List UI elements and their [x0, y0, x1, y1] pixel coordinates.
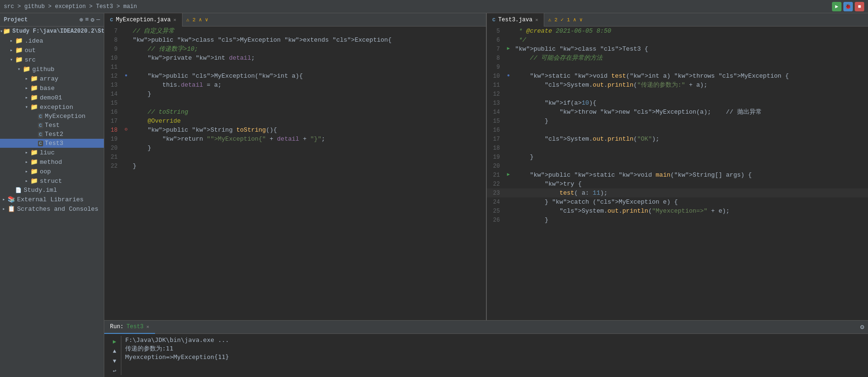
- run-button[interactable]: ▶: [832, 2, 841, 11]
- code-cell[interactable]: [513, 162, 868, 171]
- sidebar-item-github[interactable]: ▾📁github: [0, 64, 104, 74]
- code-cell[interactable]: [131, 63, 486, 72]
- panel-settings-button[interactable]: ⚙: [860, 323, 864, 331]
- sidebar-item-idea[interactable]: ▸📁.idea: [0, 36, 104, 45]
- code-cell[interactable]: "cls">System.out.println("传递的参数为:" + a);: [513, 81, 868, 90]
- options-icon[interactable]: ≡: [85, 16, 89, 24]
- code-cell[interactable]: [513, 126, 868, 135]
- add-icon[interactable]: ⊕: [80, 16, 83, 24]
- line-number: 8: [487, 54, 504, 63]
- tree-label-exception: exception: [40, 104, 73, 111]
- code-cell[interactable]: * @create 2021-06-05 8:50: [513, 27, 868, 36]
- code-cell[interactable]: }: [513, 215, 868, 224]
- sidebar-item-test2[interactable]: CTest2: [0, 130, 104, 139]
- code-cell[interactable]: // 自定义异常: [131, 27, 486, 36]
- code-cell[interactable]: [131, 99, 486, 108]
- code-cell[interactable]: "kw">throw "kw">new "cls">MyException(a)…: [513, 108, 868, 117]
- sidebar-item-out[interactable]: ▸📁out: [0, 45, 104, 55]
- code-cell[interactable]: "cls">System.out.println("Myexception=>"…: [513, 206, 868, 215]
- gutter-cell: [504, 180, 513, 188]
- gutter-cell: [504, 63, 513, 72]
- minimize-icon[interactable]: —: [96, 16, 100, 24]
- sidebar-item-study[interactable]: ▾📁Study F:\java\IDEA2020.2\Stu: [0, 27, 104, 36]
- code-cell[interactable]: [131, 153, 486, 162]
- run-controls: ▶ 🐞 ■: [832, 2, 864, 11]
- right-editor-content[interactable]: 5 * @create 2021-06-05 8:506 */7▶"kw">pu…: [487, 27, 868, 320]
- sidebar-item-base[interactable]: ▸📁base: [0, 83, 104, 93]
- left-editor-content[interactable]: 7// 自定义异常8"kw">public "kw">class "cls">M…: [104, 27, 486, 320]
- code-cell[interactable]: }: [131, 162, 486, 171]
- sidebar-item-demo01[interactable]: ▸📁demo01: [0, 93, 104, 102]
- sidebar-item-array[interactable]: ▸📁array: [0, 74, 104, 83]
- code-cell[interactable]: "kw">public "kw">static "kw">void main("…: [513, 171, 868, 180]
- sidebar-item-test[interactable]: CTest: [0, 121, 104, 130]
- line-number: 15: [104, 99, 121, 108]
- code-cell[interactable]: */: [513, 36, 868, 45]
- tree-arrow-liuc: ▸: [23, 150, 30, 155]
- sidebar-item-study_iml[interactable]: 📄Study.iml: [0, 186, 104, 195]
- tree-arrow-method: ▸: [23, 159, 30, 165]
- run-tab-close[interactable]: ✕: [146, 324, 149, 330]
- code-cell[interactable]: // 传递数字>10;: [131, 45, 486, 54]
- bottom-panel: Run: Test3 ✕ ⚙ ▶ ▲ ▼ ↩ F:\Java\JDK\bin\j…: [104, 320, 868, 377]
- sidebar-item-method[interactable]: ▸📁method: [0, 157, 104, 167]
- line-number: 10: [487, 72, 504, 81]
- table-row: 5 * @create 2021-06-05 8:50: [487, 27, 868, 36]
- code-cell[interactable]: }: [513, 117, 868, 126]
- tree-arrow-exception: ▾: [23, 104, 30, 110]
- code-cell[interactable]: "kw">if(a>10){: [513, 99, 868, 108]
- right-tab-close[interactable]: ✕: [535, 17, 538, 23]
- sidebar-item-struct[interactable]: ▸📁struct: [0, 176, 104, 186]
- sidebar-item-ext_libs[interactable]: ▸📚External Libraries: [0, 195, 104, 204]
- code-cell[interactable]: "kw">public "kw">class "cls">MyException…: [131, 36, 486, 45]
- sidebar-item-liuc[interactable]: ▸📁liuc: [0, 148, 104, 157]
- run-tab[interactable]: Run: Test3 ✕: [104, 321, 155, 334]
- sidebar-item-myexception[interactable]: CMyException: [0, 112, 104, 121]
- stop-button[interactable]: ■: [855, 2, 864, 11]
- code-cell[interactable]: "kw">return "">MyException{" + detail + …: [131, 135, 486, 144]
- code-cell[interactable]: this.detail = a;: [131, 81, 486, 90]
- code-cell[interactable]: "cls">System.out.println("OK");: [513, 135, 868, 144]
- code-cell[interactable]: "kw">private "kw">int detail;: [131, 54, 486, 63]
- code-cell[interactable]: [513, 63, 868, 72]
- code-cell[interactable]: "kw">public "kw">String toString(){: [131, 126, 486, 135]
- gutter-cell: [504, 197, 513, 206]
- tree-arrow-scratches: ▸: [0, 206, 8, 212]
- code-cell[interactable]: }: [131, 144, 486, 153]
- code-cell[interactable]: @Override: [131, 117, 486, 126]
- settings-icon[interactable]: ⚙: [91, 16, 94, 24]
- left-tab-close[interactable]: ✕: [174, 17, 176, 23]
- code-cell[interactable]: [513, 90, 868, 99]
- run-again-button[interactable]: ▶: [110, 338, 119, 346]
- code-cell[interactable]: } "kw">catch ("cls">MyException e) {: [513, 197, 868, 206]
- code-cell[interactable]: "kw">public "cls">MyException("kw">int a…: [131, 72, 486, 81]
- line-number: 14: [487, 108, 504, 117]
- sidebar-item-scratches[interactable]: ▸📋Scratches and Consoles: [0, 204, 104, 214]
- line-number: 18: [104, 126, 121, 135]
- code-cell[interactable]: // toString: [131, 108, 486, 117]
- code-cell[interactable]: }: [513, 153, 868, 162]
- tree-arrow-base: ▸: [23, 85, 30, 91]
- scroll-up-button[interactable]: ▲: [110, 348, 119, 356]
- code-cell[interactable]: "kw">public "kw">class "cls">Test3 {: [513, 45, 868, 54]
- code-cell[interactable]: }: [131, 90, 486, 99]
- right-editor-tab[interactable]: C Test3.java ✕: [487, 13, 545, 27]
- line-number: 13: [487, 99, 504, 108]
- table-row: 11: [104, 63, 486, 72]
- sidebar-item-oop[interactable]: ▸📁oop: [0, 167, 104, 176]
- table-row: 8"kw">public "kw">class "cls">MyExceptio…: [104, 36, 486, 45]
- code-cell[interactable]: // 可能会存在异常的方法: [513, 54, 868, 63]
- debug-button[interactable]: 🐞: [843, 2, 853, 11]
- tree-arrow-idea: ▸: [8, 38, 15, 44]
- left-editor-tab[interactable]: C MyException.java ✕: [104, 13, 183, 27]
- wrap-button[interactable]: ↩: [110, 367, 119, 375]
- sidebar-item-exception[interactable]: ▾📁exception: [0, 102, 104, 112]
- scroll-down-button[interactable]: ▼: [110, 358, 119, 366]
- code-cell[interactable]: test( a: 11);: [513, 188, 868, 197]
- code-cell[interactable]: "kw">try {: [513, 180, 868, 188]
- code-cell[interactable]: "kw">static "kw">void test("kw">int a) "…: [513, 72, 868, 81]
- sidebar-item-test3[interactable]: CTest3: [0, 139, 104, 148]
- sidebar-item-src[interactable]: ▾📁src: [0, 55, 104, 64]
- table-row: 24 } "kw">catch ("cls">MyException e) {: [487, 197, 868, 206]
- code-cell[interactable]: [513, 144, 868, 153]
